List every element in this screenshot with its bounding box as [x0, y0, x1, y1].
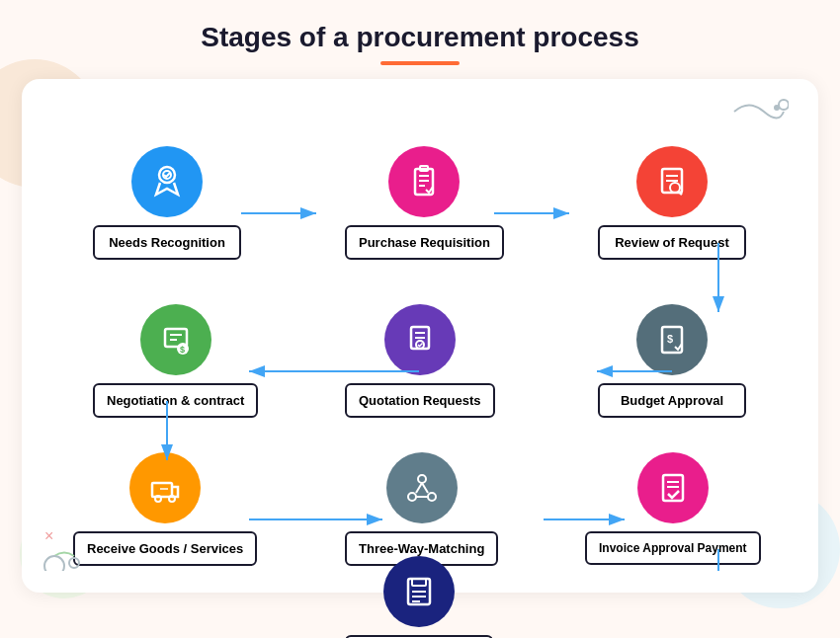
procurement-diagram: Needs Recognition Purchase Requisition	[51, 97, 789, 571]
svg-text:$: $	[667, 333, 673, 345]
node-budget-approval: $ Budget Approval	[598, 304, 746, 418]
icon-needs-recognition	[131, 146, 203, 217]
icon-quotation-requests	[384, 304, 456, 375]
icon-record-keeping	[383, 556, 455, 627]
label-invoice-approval: Invoice Approval Payment	[585, 531, 761, 565]
svg-point-1	[774, 105, 780, 111]
svg-text:$: $	[180, 345, 185, 355]
svg-point-43	[418, 475, 426, 483]
main-card: ×	[22, 79, 818, 593]
node-quotation-requests: Quotation Requests	[345, 304, 495, 418]
icon-three-way-matching	[386, 452, 458, 523]
label-quotation-requests: Quotation Requests	[345, 383, 495, 418]
svg-point-26	[670, 183, 680, 193]
label-needs-recognition: Needs Recognition	[93, 225, 241, 260]
svg-point-45	[428, 493, 436, 501]
icon-purchase-requisition	[388, 146, 460, 217]
label-purchase-requisition: Purchase Requisition	[345, 225, 504, 260]
label-budget-approval: Budget Approval	[598, 383, 746, 418]
svg-point-4	[69, 558, 79, 568]
icon-invoice-approval	[637, 452, 709, 523]
svg-rect-39	[152, 483, 172, 497]
node-invoice-approval: Invoice Approval Payment	[585, 452, 761, 565]
icon-review-of-request	[636, 146, 708, 217]
title-underline	[380, 61, 460, 65]
icon-budget-approval: $	[636, 304, 708, 375]
node-needs-recognition: Needs Recognition	[93, 146, 241, 260]
icon-negotiation-contract: $	[140, 304, 211, 375]
node-purchase-requisition: Purchase Requisition	[345, 146, 504, 260]
page-title: Stages of a procurement process	[0, 0, 840, 61]
label-review-of-request: Review of Request	[598, 225, 746, 260]
svg-point-44	[408, 493, 416, 501]
svg-point-3	[44, 556, 64, 571]
node-review-of-request: Review of Request	[598, 146, 746, 260]
svg-line-47	[422, 483, 428, 493]
svg-line-46	[416, 483, 422, 493]
icon-receive-goods	[129, 452, 201, 523]
svg-point-41	[169, 496, 175, 502]
card-deco-topright	[729, 97, 789, 130]
node-negotiation-contract: $ Negotiation & contract	[93, 304, 258, 418]
card-deco-bottomleft: ×	[40, 521, 109, 575]
node-record-keeping: Record Keeping	[345, 556, 493, 638]
svg-text:×: ×	[44, 527, 53, 544]
svg-point-40	[155, 496, 161, 502]
label-negotiation-contract: Negotiation & contract	[93, 383, 258, 418]
node-three-way-matching: Three-Way-Matching	[345, 452, 498, 566]
svg-point-0	[779, 100, 789, 110]
